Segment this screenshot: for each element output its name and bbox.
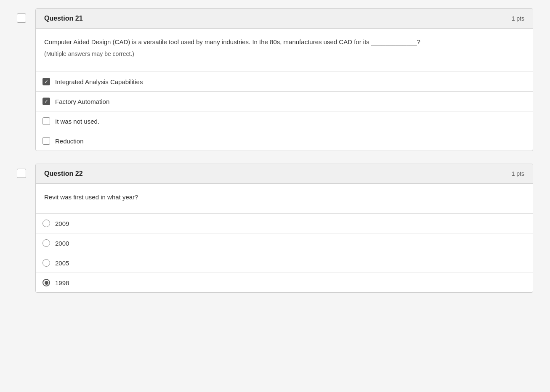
question-container-2: Question 221 ptsRevit was first used in …: [17, 164, 533, 293]
answer-label: It was not used.: [55, 118, 99, 125]
answer-item[interactable]: 2005: [36, 253, 533, 273]
question-container-1: Question 211 ptsComputer Aided Design (C…: [17, 8, 533, 151]
answer-item[interactable]: It was not used.: [36, 111, 533, 131]
radio-unchecked-icon[interactable]: [43, 259, 50, 267]
question-header: Question 211 pts: [36, 9, 533, 29]
answer-item[interactable]: 2000: [36, 233, 533, 253]
answer-label: 2009: [55, 220, 69, 227]
answer-item[interactable]: 1998: [36, 273, 533, 292]
question-card-2: Question 221 ptsRevit was first used in …: [35, 164, 533, 293]
flag-icon: [17, 169, 26, 178]
question-body: Revit was first used in what year?: [36, 184, 533, 210]
radio-unchecked-icon[interactable]: [43, 220, 50, 227]
answer-item[interactable]: 2009: [36, 214, 533, 233]
answer-label: 1998: [55, 279, 69, 286]
radio-unchecked-icon[interactable]: [43, 239, 50, 247]
flag-button[interactable]: [17, 169, 32, 179]
answer-label: Integrated Analysis Capabilities: [55, 78, 143, 85]
checkbox-checked-icon[interactable]: ✓: [43, 78, 50, 85]
answer-label: 2000: [55, 240, 69, 247]
checkbox-unchecked-icon[interactable]: [43, 117, 50, 125]
answer-list: 2009200020051998: [36, 213, 533, 292]
answer-item[interactable]: ✓Factory Automation: [36, 92, 533, 111]
answer-label: 2005: [55, 260, 69, 267]
question-card-1: Question 211 ptsComputer Aided Design (C…: [35, 8, 533, 151]
answer-list: ✓Integrated Analysis Capabilities✓Factor…: [36, 72, 533, 151]
flag-button[interactable]: [17, 13, 32, 24]
question-text: Revit was first used in what year?: [44, 192, 524, 202]
answer-item[interactable]: Reduction: [36, 131, 533, 151]
question-note: (Multiple answers may be correct.): [44, 50, 524, 57]
answer-label: Factory Automation: [55, 98, 109, 105]
radio-checked-icon[interactable]: [43, 279, 50, 286]
question-body: Computer Aided Design (CAD) is a versati…: [36, 29, 533, 68]
checkbox-unchecked-icon[interactable]: [43, 137, 50, 145]
flag-icon: [17, 13, 26, 23]
question-header: Question 221 pts: [36, 164, 533, 184]
question-title: Question 21: [44, 15, 83, 22]
question-title: Question 22: [44, 170, 83, 177]
question-pts: 1 pts: [512, 15, 524, 22]
answer-item[interactable]: ✓Integrated Analysis Capabilities: [36, 72, 533, 92]
answer-label: Reduction: [55, 138, 84, 145]
question-text: Computer Aided Design (CAD) is a versati…: [44, 37, 524, 47]
checkbox-checked-icon[interactable]: ✓: [43, 98, 50, 105]
question-pts: 1 pts: [512, 170, 524, 177]
